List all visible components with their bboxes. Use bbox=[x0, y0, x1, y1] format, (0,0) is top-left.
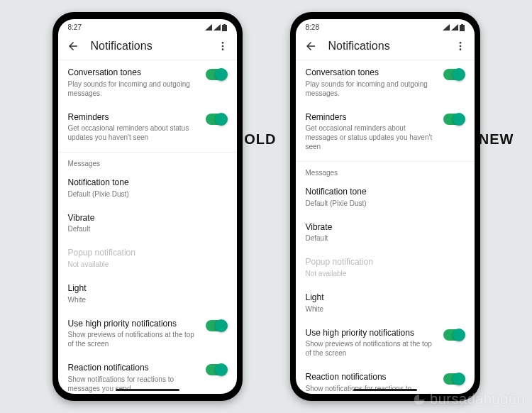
section-header-messages: Messages bbox=[296, 161, 475, 180]
setting-reminders[interactable]: Reminders Get occasional reminders about… bbox=[58, 105, 237, 150]
setting-popup: Popup notification Not available bbox=[58, 241, 237, 276]
toggle-switch[interactable] bbox=[206, 114, 227, 125]
status-time: 8:28 bbox=[306, 23, 319, 31]
setting-sub: Play sounds for incoming and outgoing me… bbox=[306, 79, 438, 98]
setting-vibrate[interactable]: Vibrate Default bbox=[296, 215, 475, 250]
setting-light[interactable]: Light White bbox=[296, 285, 475, 321]
setting-sub: White bbox=[306, 304, 459, 314]
signal-icon-2 bbox=[214, 24, 221, 31]
setting-sub: Default (Pixie Dust) bbox=[306, 199, 459, 208]
setting-sub: Get occasional reminders about status up… bbox=[68, 123, 200, 142]
svg-point-8 bbox=[459, 45, 461, 48]
status-bar: 8:27 bbox=[58, 19, 237, 33]
setting-sub: Default bbox=[306, 233, 459, 243]
svg-point-2 bbox=[221, 42, 223, 44]
setting-sub: Default (Pixie Dust) bbox=[68, 189, 221, 199]
page-title: Notifications bbox=[328, 40, 455, 53]
watermark-text: bursadabugün bbox=[430, 391, 525, 407]
setting-title: Reaction notifications bbox=[68, 363, 200, 374]
setting-notification-tone[interactable]: Notification tone Default (Pixie Dust) bbox=[296, 180, 475, 215]
setting-vibrate[interactable]: Vibrate Default bbox=[58, 206, 237, 241]
svg-point-3 bbox=[221, 45, 223, 48]
watermark-icon bbox=[411, 392, 427, 407]
status-icons bbox=[205, 24, 227, 31]
svg-rect-6 bbox=[461, 24, 463, 25]
setting-title: Vibrate bbox=[68, 213, 221, 224]
setting-sub: Default bbox=[68, 224, 221, 233]
gesture-bar bbox=[116, 389, 179, 391]
setting-reaction[interactable]: Reaction notifications Show notification… bbox=[58, 356, 237, 394]
label-new: NEW bbox=[479, 131, 514, 148]
toggle-switch[interactable] bbox=[206, 320, 227, 331]
setting-title: Notification tone bbox=[306, 187, 459, 198]
watermark: bursadabugün bbox=[411, 391, 525, 407]
setting-title: Notification tone bbox=[68, 177, 221, 189]
more-icon[interactable] bbox=[217, 40, 228, 52]
toggle-switch[interactable] bbox=[443, 114, 465, 125]
setting-title: Reminders bbox=[306, 112, 438, 123]
setting-title: Popup notification bbox=[306, 257, 459, 268]
setting-title: Vibrate bbox=[306, 222, 459, 233]
setting-title: Use high priority notifications bbox=[306, 328, 438, 339]
svg-point-9 bbox=[459, 48, 461, 50]
screen-new: 8:28 Notifications Conversation tones Pl… bbox=[296, 19, 475, 394]
setting-title: Light bbox=[306, 292, 459, 304]
setting-title: Popup notification bbox=[68, 248, 221, 259]
page-title: Notifications bbox=[91, 40, 217, 53]
signal-icon-2 bbox=[451, 24, 458, 31]
setting-sub: Get occasional reminders about messages … bbox=[306, 123, 438, 151]
battery-icon bbox=[460, 24, 465, 31]
setting-title: Light bbox=[68, 283, 221, 294]
svg-point-7 bbox=[459, 42, 461, 44]
svg-rect-5 bbox=[460, 25, 465, 31]
setting-title: Reminders bbox=[68, 112, 200, 123]
setting-title: Reaction notifications bbox=[306, 372, 438, 383]
screen-old: 8:27 Notifications Conversation tones Pl… bbox=[58, 19, 237, 394]
setting-reminders[interactable]: Reminders Get occasional reminders about… bbox=[296, 105, 475, 159]
settings-list[interactable]: Conversation tones Play sounds for incom… bbox=[58, 60, 237, 394]
label-old: OLD bbox=[244, 131, 276, 148]
toggle-switch[interactable] bbox=[443, 69, 465, 80]
back-arrow-icon[interactable] bbox=[304, 40, 317, 53]
status-bar: 8:28 bbox=[296, 19, 475, 33]
setting-conversation-tones[interactable]: Conversation tones Play sounds for incom… bbox=[58, 60, 237, 105]
phone-frame-old: 8:27 Notifications Conversation tones Pl… bbox=[52, 12, 243, 401]
toggle-switch[interactable] bbox=[206, 69, 227, 80]
svg-rect-1 bbox=[223, 24, 226, 25]
setting-sub: Show previews of notifications at the to… bbox=[306, 339, 438, 358]
setting-title: Use high priority notifications bbox=[68, 319, 200, 330]
svg-rect-0 bbox=[222, 25, 227, 31]
section-header-messages: Messages bbox=[58, 152, 237, 170]
status-time: 8:27 bbox=[68, 23, 82, 31]
setting-popup: Popup notification Not available bbox=[296, 250, 475, 285]
setting-high-priority[interactable]: Use high priority notifications Show pre… bbox=[58, 312, 237, 356]
toggle-switch[interactable] bbox=[443, 373, 465, 385]
more-icon[interactable] bbox=[455, 40, 466, 52]
setting-sub: Show previews of notifications at the to… bbox=[68, 330, 200, 348]
battery-icon bbox=[222, 24, 227, 31]
signal-icon bbox=[443, 24, 450, 31]
setting-title: Conversation tones bbox=[306, 67, 438, 79]
setting-sub: White bbox=[68, 295, 221, 304]
setting-notification-tone[interactable]: Notification tone Default (Pixie Dust) bbox=[58, 170, 237, 206]
status-icons bbox=[443, 24, 465, 31]
svg-point-4 bbox=[221, 48, 223, 50]
header: Notifications bbox=[58, 33, 237, 60]
back-arrow-icon[interactable] bbox=[67, 40, 79, 53]
phone-frame-new: 8:28 Notifications Conversation tones Pl… bbox=[290, 12, 480, 401]
toggle-switch[interactable] bbox=[443, 329, 465, 341]
toggle-switch[interactable] bbox=[206, 364, 227, 375]
setting-title: Conversation tones bbox=[68, 67, 200, 79]
setting-conversation-tones[interactable]: Conversation tones Play sounds for incom… bbox=[296, 60, 475, 105]
setting-sub: Not available bbox=[68, 260, 221, 269]
header: Notifications bbox=[296, 33, 475, 60]
settings-list[interactable]: Conversation tones Play sounds for incom… bbox=[296, 60, 475, 394]
signal-icon bbox=[205, 24, 212, 31]
setting-high-priority[interactable]: Use high priority notifications Show pre… bbox=[296, 321, 475, 365]
setting-sub: Not available bbox=[306, 269, 459, 278]
gesture-bar bbox=[353, 389, 417, 391]
setting-sub: Play sounds for incoming and outgoing me… bbox=[68, 79, 200, 98]
setting-light[interactable]: Light White bbox=[58, 276, 237, 312]
